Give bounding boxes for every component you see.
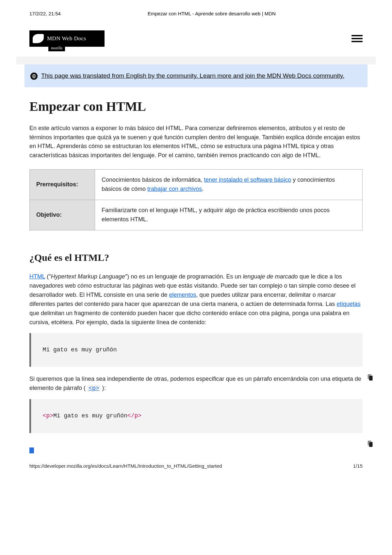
code-example: Mi gato es muy gruñón	[29, 333, 363, 367]
intro-paragraph: En este artículo vamos a exponer lo más …	[29, 124, 363, 160]
software-link[interactable]: tener instalado el software básico	[204, 177, 291, 183]
section-marker	[29, 447, 34, 453]
code-example: <p>Mi gato es muy gruñón</p>	[29, 399, 363, 433]
objective-label: Objetivo:	[30, 200, 95, 230]
html-glossary-link[interactable]: HTML	[29, 273, 45, 280]
body-paragraph: HTML ("Hypertext Markup Language") no es…	[29, 272, 363, 327]
print-footer: https://developer.mozilla.org/es/docs/Le…	[29, 462, 363, 470]
logo-subtext: mozilla	[48, 45, 65, 52]
tags-link[interactable]: etiquetas	[337, 301, 361, 307]
prerequisites-value: Conocimientos básicos de informática, te…	[95, 170, 363, 200]
translation-banner: This page was translated from English by…	[24, 64, 368, 87]
mdn-logo[interactable]: MDN Web Docs mozilla	[29, 30, 105, 47]
print-header: 17/2/22, 21:54 Empezar con HTML - Aprend…	[29, 10, 363, 17]
print-datetime: 17/2/22, 21:54	[29, 10, 61, 17]
table-row: Objetivo: Familiarizarte con el lenguaje…	[30, 200, 363, 230]
copy-button[interactable]	[353, 431, 360, 439]
globe-icon	[30, 73, 38, 80]
translation-notice-link[interactable]: This page was translated from English by…	[41, 72, 344, 79]
hamburger-bar-icon	[351, 41, 363, 42]
files-link[interactable]: trabajar con archivos	[147, 186, 202, 192]
prerequisites-table: Prerrequisitos: Conocimientos básicos de…	[29, 169, 363, 230]
menu-button[interactable]	[351, 35, 363, 42]
elements-link[interactable]: elementos	[169, 292, 196, 298]
page-title: Empezar con HTML	[29, 96, 363, 117]
table-row: Prerrequisitos: Conocimientos básicos de…	[30, 170, 363, 200]
logo-text: MDN Web Docs	[47, 34, 86, 43]
hamburger-bar-icon	[351, 38, 363, 39]
body-paragraph: Si queremos que la línea sea independien…	[29, 375, 363, 393]
hamburger-bar-icon	[351, 35, 363, 36]
topbar: MDN Web Docs mozilla	[29, 30, 363, 47]
print-url: https://developer.mozilla.org/es/docs/Le…	[29, 462, 222, 470]
copy-button[interactable]	[353, 365, 360, 373]
objective-value: Familiarizarte con el lenguaje HTML, y a…	[95, 200, 363, 230]
section-heading: ¿Qué es el HTML?	[29, 250, 363, 265]
print-title: Empezar con HTML - Aprende sobre desarro…	[148, 10, 276, 17]
p-element-link[interactable]: <p>	[87, 385, 100, 392]
divider	[16, 57, 376, 64]
logo-icon	[33, 34, 44, 43]
prerequisites-label: Prerrequisitos:	[30, 170, 95, 200]
print-page: 1/15	[353, 462, 363, 470]
